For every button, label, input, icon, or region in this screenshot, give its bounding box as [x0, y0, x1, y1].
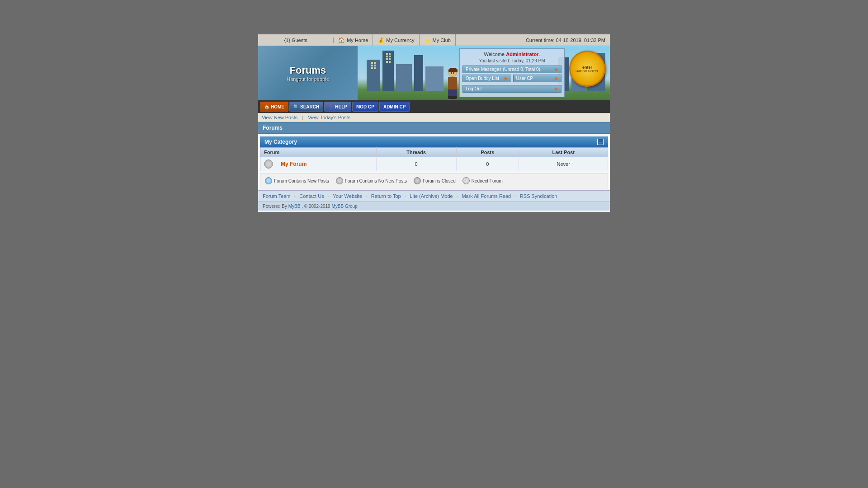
- help-nav-btn[interactable]: ❓ HELP: [324, 102, 351, 112]
- col-threads: Threads: [376, 148, 456, 157]
- footer-links: Forum Team - Contact Us - Your Website -…: [258, 190, 610, 202]
- top-nav: 🏠 My Home 💰 My Currency ⭐ My Club: [334, 34, 469, 46]
- buddy-list-btn[interactable]: Open Buddy List ▶: [462, 75, 511, 82]
- forum-team-link[interactable]: Forum Team: [263, 193, 291, 199]
- building-5: [425, 66, 443, 91]
- habbo-character: [446, 69, 459, 100]
- forum-name-link[interactable]: My Forum: [281, 161, 307, 167]
- help-nav-icon: ❓: [328, 104, 334, 109]
- forum-status-icon-cell: [260, 157, 277, 171]
- logout-btn[interactable]: Log Out ▶: [462, 85, 561, 93]
- home-nav-icon: 🏠: [264, 104, 269, 109]
- building-1: [367, 60, 380, 91]
- forum-title: Forums: [290, 65, 326, 76]
- navbar: 🏠 HOME 🔍 SEARCH ❓ HELP MOD CP ADMIN CP: [258, 100, 610, 113]
- view-new-posts-link[interactable]: View New Posts: [262, 115, 297, 120]
- home-nav-btn[interactable]: 🏠 HOME: [260, 102, 288, 112]
- forum-subtitle: Hangout for people: [287, 76, 329, 82]
- category-header: My Category –: [260, 136, 608, 147]
- club-icon: ⭐: [424, 37, 431, 43]
- my-home-nav[interactable]: 🏠 My Home: [334, 34, 373, 46]
- forums-title: Forums: [263, 125, 283, 131]
- legend-new-label: Forum Contains New Posts: [274, 178, 329, 183]
- category-name: My Category: [264, 139, 297, 145]
- welcome-text: Welcome Administrator.: [462, 52, 561, 57]
- last-visited: You last visited: Today, 01:29 PM: [462, 58, 561, 63]
- search-nav-btn[interactable]: 🔍 SEARCH: [289, 102, 323, 112]
- search-nav-icon: 🔍: [293, 104, 299, 109]
- currency-icon: 💰: [377, 37, 384, 43]
- forum-status-icon: [264, 160, 273, 169]
- legend-closed: Forum is Closed: [414, 177, 456, 184]
- forum-posts-cell: 0: [456, 157, 519, 171]
- rss-syndication-link[interactable]: RSS Syndication: [520, 193, 557, 199]
- col-posts: Posts: [456, 148, 519, 157]
- quick-links-bar: View New Posts | View Today's Posts: [258, 113, 610, 122]
- building-2: [382, 51, 394, 91]
- legend-nonew-icon: [336, 177, 343, 184]
- table-row: My Forum 0 0 Never: [260, 157, 608, 171]
- forum-threads-cell: 0: [376, 157, 456, 171]
- mybb-group-link[interactable]: MyBB Group: [331, 204, 357, 209]
- forum-logo: Forums Hangout for people: [258, 46, 358, 100]
- forum-table-header: Forum Threads Posts Last Post: [260, 148, 608, 157]
- legend-new-posts: Forum Contains New Posts: [265, 177, 329, 184]
- guests-count: {1} Guests: [258, 38, 334, 43]
- main-wrapper: {1} Guests 🏠 My Home 💰 My Currency ⭐ My …: [258, 34, 610, 213]
- legend-closed-label: Forum is Closed: [423, 178, 456, 183]
- col-forum: Forum: [260, 148, 377, 157]
- forum-table: Forum Threads Posts Last Post My Forum 0…: [260, 147, 608, 171]
- main-content: Forums My Category – Forum Threads Posts…: [258, 122, 610, 212]
- archive-mode-link[interactable]: Lite (Archive) Mode: [410, 193, 453, 199]
- view-todays-posts-link[interactable]: View Today's Posts: [308, 115, 350, 120]
- legend-closed-icon: [414, 177, 421, 184]
- mark-forums-read-link[interactable]: Mark All Forums Read: [462, 193, 511, 199]
- category-collapse-btn[interactable]: –: [597, 139, 604, 145]
- current-time: Current time: 04-18-2019, 01:32 PM: [470, 38, 610, 43]
- legend-no-new-posts: Forum Contains No New Posts: [336, 177, 407, 184]
- habbo-hotel-badge[interactable]: enter HABBO HOTEL: [569, 51, 605, 87]
- mybb-link[interactable]: MyBB: [288, 204, 301, 209]
- welcome-panel: Welcome Administrator. You last visited:…: [459, 48, 565, 97]
- private-messages-btn[interactable]: Private Messages (Unread 0, Total 0) ▶: [462, 66, 561, 73]
- building-4: [414, 55, 423, 91]
- forum-last-post-cell: Never: [519, 157, 608, 171]
- legend-new-icon: [265, 177, 272, 184]
- powered-by: Powered By MyBB , © 2002-2019 MyBB Group: [258, 202, 610, 211]
- username-link[interactable]: Administrator: [506, 52, 538, 57]
- admincp-nav-btn[interactable]: ADMIN CP: [379, 102, 410, 112]
- forum-name-cell: My Forum: [277, 157, 377, 171]
- your-website-link[interactable]: Your Website: [333, 193, 362, 199]
- legend-redirect-label: Redirect Forum: [472, 178, 503, 183]
- legend-nonew-label: Forum Contains No New Posts: [345, 178, 407, 183]
- header-background: Welcome Administrator. You last visited:…: [358, 46, 610, 100]
- forum-table-body: My Forum 0 0 Never: [260, 157, 608, 171]
- header: Forums Hangout for people: [258, 46, 610, 100]
- legend-redirect-icon: [462, 177, 470, 184]
- legend: Forum Contains New Posts Forum Contains …: [260, 173, 608, 188]
- my-currency-nav[interactable]: 💰 My Currency: [373, 34, 419, 46]
- forums-title-bar: Forums: [258, 122, 610, 134]
- contact-us-link[interactable]: Contact Us: [299, 193, 324, 199]
- modcp-nav-btn[interactable]: MOD CP: [352, 102, 378, 112]
- home-icon: 🏠: [338, 37, 345, 43]
- legend-redirect: Redirect Forum: [462, 177, 503, 184]
- return-to-top-link[interactable]: Return to Top: [371, 193, 401, 199]
- user-cp-btn[interactable]: User CP ▶: [513, 75, 562, 82]
- building-3: [396, 64, 412, 91]
- top-bar: {1} Guests 🏠 My Home 💰 My Currency ⭐ My …: [258, 34, 610, 46]
- col-last-post: Last Post: [519, 148, 608, 157]
- my-club-nav[interactable]: ⭐ My Club: [420, 34, 456, 46]
